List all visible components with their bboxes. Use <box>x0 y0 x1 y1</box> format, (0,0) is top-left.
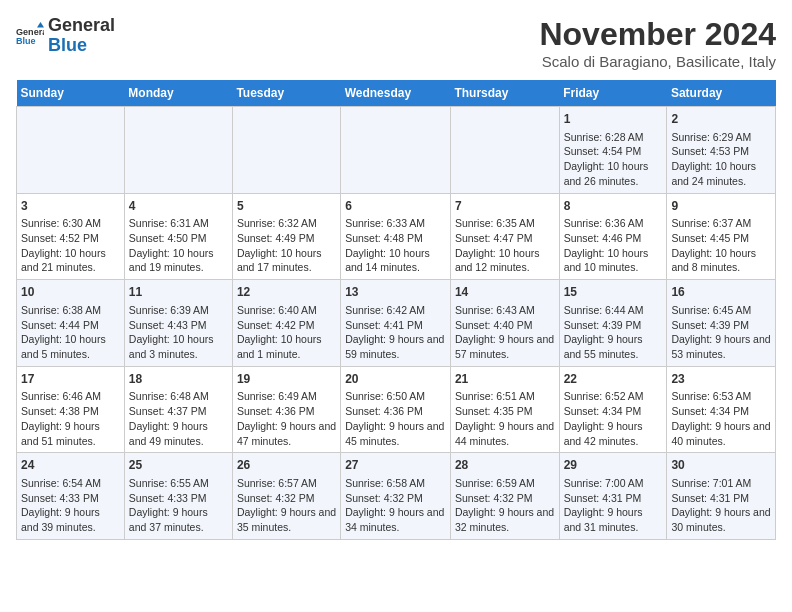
calendar-cell: 1Sunrise: 6:28 AM Sunset: 4:54 PM Daylig… <box>559 107 667 194</box>
calendar-cell: 30Sunrise: 7:01 AM Sunset: 4:31 PM Dayli… <box>667 453 776 540</box>
logo-blue: Blue <box>48 36 115 56</box>
day-number: 30 <box>671 457 771 474</box>
day-number: 23 <box>671 371 771 388</box>
day-info: Sunrise: 6:29 AM Sunset: 4:53 PM Dayligh… <box>671 130 771 189</box>
day-info: Sunrise: 6:53 AM Sunset: 4:34 PM Dayligh… <box>671 389 771 448</box>
week-row-1: 1Sunrise: 6:28 AM Sunset: 4:54 PM Daylig… <box>17 107 776 194</box>
logo-general: General <box>48 16 115 36</box>
calendar-cell: 6Sunrise: 6:33 AM Sunset: 4:48 PM Daylig… <box>341 193 451 280</box>
svg-marker-2 <box>37 22 44 28</box>
day-info: Sunrise: 6:57 AM Sunset: 4:32 PM Dayligh… <box>237 476 336 535</box>
calendar-cell: 12Sunrise: 6:40 AM Sunset: 4:42 PM Dayli… <box>232 280 340 367</box>
day-header-tuesday: Tuesday <box>232 80 340 107</box>
svg-text:General: General <box>16 26 44 36</box>
calendar-cell: 9Sunrise: 6:37 AM Sunset: 4:45 PM Daylig… <box>667 193 776 280</box>
day-info: Sunrise: 6:36 AM Sunset: 4:46 PM Dayligh… <box>564 216 663 275</box>
day-number: 6 <box>345 198 446 215</box>
day-info: Sunrise: 6:43 AM Sunset: 4:40 PM Dayligh… <box>455 303 555 362</box>
day-info: Sunrise: 7:01 AM Sunset: 4:31 PM Dayligh… <box>671 476 771 535</box>
day-number: 10 <box>21 284 120 301</box>
day-number: 24 <box>21 457 120 474</box>
day-info: Sunrise: 6:40 AM Sunset: 4:42 PM Dayligh… <box>237 303 336 362</box>
calendar-cell: 10Sunrise: 6:38 AM Sunset: 4:44 PM Dayli… <box>17 280 125 367</box>
day-number: 22 <box>564 371 663 388</box>
day-info: Sunrise: 6:33 AM Sunset: 4:48 PM Dayligh… <box>345 216 446 275</box>
day-number: 9 <box>671 198 771 215</box>
day-number: 14 <box>455 284 555 301</box>
day-number: 18 <box>129 371 228 388</box>
day-number: 26 <box>237 457 336 474</box>
day-number: 12 <box>237 284 336 301</box>
day-header-friday: Friday <box>559 80 667 107</box>
calendar-cell: 7Sunrise: 6:35 AM Sunset: 4:47 PM Daylig… <box>450 193 559 280</box>
logo: General Blue General Blue <box>16 16 115 56</box>
week-row-5: 24Sunrise: 6:54 AM Sunset: 4:33 PM Dayli… <box>17 453 776 540</box>
day-info: Sunrise: 6:49 AM Sunset: 4:36 PM Dayligh… <box>237 389 336 448</box>
day-number: 2 <box>671 111 771 128</box>
day-number: 4 <box>129 198 228 215</box>
day-info: Sunrise: 6:31 AM Sunset: 4:50 PM Dayligh… <box>129 216 228 275</box>
days-header-row: SundayMondayTuesdayWednesdayThursdayFrid… <box>17 80 776 107</box>
calendar-cell: 24Sunrise: 6:54 AM Sunset: 4:33 PM Dayli… <box>17 453 125 540</box>
day-header-thursday: Thursday <box>450 80 559 107</box>
calendar-cell <box>124 107 232 194</box>
day-info: Sunrise: 6:46 AM Sunset: 4:38 PM Dayligh… <box>21 389 120 448</box>
calendar-cell <box>450 107 559 194</box>
day-number: 20 <box>345 371 446 388</box>
day-info: Sunrise: 6:54 AM Sunset: 4:33 PM Dayligh… <box>21 476 120 535</box>
day-number: 27 <box>345 457 446 474</box>
calendar-cell: 13Sunrise: 6:42 AM Sunset: 4:41 PM Dayli… <box>341 280 451 367</box>
main-title: November 2024 <box>539 16 776 53</box>
calendar-cell <box>17 107 125 194</box>
calendar-cell: 17Sunrise: 6:46 AM Sunset: 4:38 PM Dayli… <box>17 366 125 453</box>
day-number: 7 <box>455 198 555 215</box>
day-header-wednesday: Wednesday <box>341 80 451 107</box>
calendar-cell: 8Sunrise: 6:36 AM Sunset: 4:46 PM Daylig… <box>559 193 667 280</box>
day-info: Sunrise: 6:30 AM Sunset: 4:52 PM Dayligh… <box>21 216 120 275</box>
week-row-3: 10Sunrise: 6:38 AM Sunset: 4:44 PM Dayli… <box>17 280 776 367</box>
calendar-cell: 19Sunrise: 6:49 AM Sunset: 4:36 PM Dayli… <box>232 366 340 453</box>
day-info: Sunrise: 6:51 AM Sunset: 4:35 PM Dayligh… <box>455 389 555 448</box>
day-info: Sunrise: 6:35 AM Sunset: 4:47 PM Dayligh… <box>455 216 555 275</box>
day-info: Sunrise: 6:42 AM Sunset: 4:41 PM Dayligh… <box>345 303 446 362</box>
day-number: 13 <box>345 284 446 301</box>
subtitle: Scalo di Baragiano, Basilicate, Italy <box>539 53 776 70</box>
calendar-cell: 4Sunrise: 6:31 AM Sunset: 4:50 PM Daylig… <box>124 193 232 280</box>
day-header-sunday: Sunday <box>17 80 125 107</box>
header: General Blue General Blue November 2024 … <box>16 16 776 70</box>
day-info: Sunrise: 6:55 AM Sunset: 4:33 PM Dayligh… <box>129 476 228 535</box>
calendar-cell: 14Sunrise: 6:43 AM Sunset: 4:40 PM Dayli… <box>450 280 559 367</box>
calendar-cell: 28Sunrise: 6:59 AM Sunset: 4:32 PM Dayli… <box>450 453 559 540</box>
day-number: 3 <box>21 198 120 215</box>
calendar-cell: 3Sunrise: 6:30 AM Sunset: 4:52 PM Daylig… <box>17 193 125 280</box>
day-info: Sunrise: 6:39 AM Sunset: 4:43 PM Dayligh… <box>129 303 228 362</box>
svg-text:Blue: Blue <box>16 36 36 46</box>
day-info: Sunrise: 6:28 AM Sunset: 4:54 PM Dayligh… <box>564 130 663 189</box>
week-row-2: 3Sunrise: 6:30 AM Sunset: 4:52 PM Daylig… <box>17 193 776 280</box>
day-number: 21 <box>455 371 555 388</box>
day-number: 5 <box>237 198 336 215</box>
day-info: Sunrise: 6:48 AM Sunset: 4:37 PM Dayligh… <box>129 389 228 448</box>
day-number: 11 <box>129 284 228 301</box>
calendar-cell: 16Sunrise: 6:45 AM Sunset: 4:39 PM Dayli… <box>667 280 776 367</box>
calendar-cell: 15Sunrise: 6:44 AM Sunset: 4:39 PM Dayli… <box>559 280 667 367</box>
calendar-cell: 26Sunrise: 6:57 AM Sunset: 4:32 PM Dayli… <box>232 453 340 540</box>
day-header-saturday: Saturday <box>667 80 776 107</box>
calendar-cell: 29Sunrise: 7:00 AM Sunset: 4:31 PM Dayli… <box>559 453 667 540</box>
calendar-cell: 22Sunrise: 6:52 AM Sunset: 4:34 PM Dayli… <box>559 366 667 453</box>
day-info: Sunrise: 6:50 AM Sunset: 4:36 PM Dayligh… <box>345 389 446 448</box>
day-info: Sunrise: 6:45 AM Sunset: 4:39 PM Dayligh… <box>671 303 771 362</box>
day-number: 19 <box>237 371 336 388</box>
day-number: 16 <box>671 284 771 301</box>
calendar-cell: 27Sunrise: 6:58 AM Sunset: 4:32 PM Dayli… <box>341 453 451 540</box>
day-number: 1 <box>564 111 663 128</box>
calendar-cell: 5Sunrise: 6:32 AM Sunset: 4:49 PM Daylig… <box>232 193 340 280</box>
week-row-4: 17Sunrise: 6:46 AM Sunset: 4:38 PM Dayli… <box>17 366 776 453</box>
day-number: 25 <box>129 457 228 474</box>
calendar-cell: 21Sunrise: 6:51 AM Sunset: 4:35 PM Dayli… <box>450 366 559 453</box>
day-number: 15 <box>564 284 663 301</box>
calendar-cell: 2Sunrise: 6:29 AM Sunset: 4:53 PM Daylig… <box>667 107 776 194</box>
day-info: Sunrise: 6:37 AM Sunset: 4:45 PM Dayligh… <box>671 216 771 275</box>
calendar-cell <box>232 107 340 194</box>
day-number: 29 <box>564 457 663 474</box>
